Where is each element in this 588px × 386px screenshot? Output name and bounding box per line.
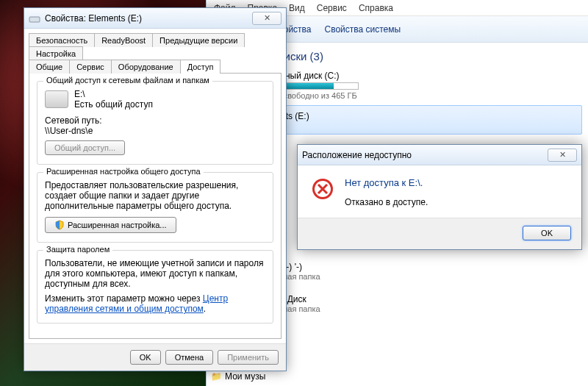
advanced-sharing-button[interactable]: Расширенная настройка... <box>45 217 176 233</box>
tab-sharing[interactable]: Доступ <box>180 60 221 74</box>
close-button[interactable]: ✕ <box>252 12 282 25</box>
tree-item[interactable]: 📁Мои музы <box>211 370 290 383</box>
ok-button[interactable]: OK <box>130 350 161 365</box>
tab-general[interactable]: Общие <box>29 60 70 74</box>
menu-view[interactable]: Вид <box>289 3 305 13</box>
drive-icon <box>29 12 40 24</box>
close-icon: ✕ <box>264 13 270 23</box>
menu-help[interactable]: Справка <box>359 3 393 13</box>
apply-button[interactable]: Применить <box>218 350 279 365</box>
share-state: Есть общий доступ <box>74 99 153 110</box>
menu-tools[interactable]: Сервис <box>317 3 347 13</box>
properties-dialog: Свойства: Elements (E:) ✕ Безопасность R… <box>24 7 287 371</box>
tab-hardware[interactable]: Оборудование <box>111 60 181 74</box>
close-icon: ✕ <box>559 150 566 160</box>
tab-tools[interactable]: Сервис <box>69 60 112 74</box>
password-desc: Пользователи, не имеющие учетной записи … <box>45 258 265 289</box>
ok-button[interactable]: OK <box>523 226 571 240</box>
group-title: Защита паролем <box>43 245 112 254</box>
drive-thumb-icon <box>45 90 68 108</box>
cancel-button[interactable]: Отмена <box>165 350 213 365</box>
password-change-text: Изменить этот параметр можно через Центр… <box>45 293 265 314</box>
group-title: Расширенная настройка общего доступа <box>43 167 204 176</box>
group-advanced-sharing: Расширенная настройка общего доступа Пре… <box>37 172 273 243</box>
drive-letter: E:\ <box>74 89 153 99</box>
group-network-sharing: Общий доступ к сетевым файлам и папкам E… <box>37 81 273 165</box>
error-icon <box>311 177 334 201</box>
tab-content: Общий доступ к сетевым файлам и папкам E… <box>29 73 282 339</box>
group-password: Защита паролем Пользователи, не имеющие … <box>37 250 273 324</box>
titlebar[interactable]: Расположение недоступно ✕ <box>298 145 581 165</box>
shield-icon <box>54 220 65 230</box>
dialog-title: Свойства: Elements (E:) <box>45 13 248 24</box>
folder-icon: 📁 <box>211 371 222 382</box>
netpath-label: Сетевой путь: <box>45 115 265 126</box>
toolbar-system-properties[interactable]: Свойства системы <box>325 24 401 35</box>
error-dialog: Расположение недоступно ✕ Нет доступа к … <box>297 144 582 250</box>
tab-readyboost[interactable]: ReadyBoost <box>94 33 153 47</box>
svg-rect-9 <box>29 17 40 22</box>
dialog-buttons: OK Отмена Применить <box>24 343 286 371</box>
error-title: Расположение недоступно <box>302 150 543 160</box>
close-button[interactable]: ✕ <box>548 149 577 162</box>
group-title: Общий доступ к сетевым файлам и папкам <box>43 76 212 85</box>
tab-customize[interactable]: Настройка <box>29 46 83 60</box>
netpath-value: \\User-dns\e <box>45 126 265 136</box>
advanced-desc: Предоставляет пользовательские разрешени… <box>45 180 265 211</box>
titlebar[interactable]: Свойства: Elements (E:) ✕ <box>24 8 286 29</box>
tab-security[interactable]: Безопасность <box>29 33 95 47</box>
tabstrip: Безопасность ReadyBoost Предыдущие верси… <box>24 29 286 73</box>
error-line2: Отказано в доступе. <box>345 197 428 207</box>
error-line1: Нет доступа к E:\. <box>345 177 428 188</box>
tab-previous-versions[interactable]: Предыдущие версии <box>152 33 245 47</box>
share-button[interactable]: Общий доступ... <box>45 140 125 155</box>
